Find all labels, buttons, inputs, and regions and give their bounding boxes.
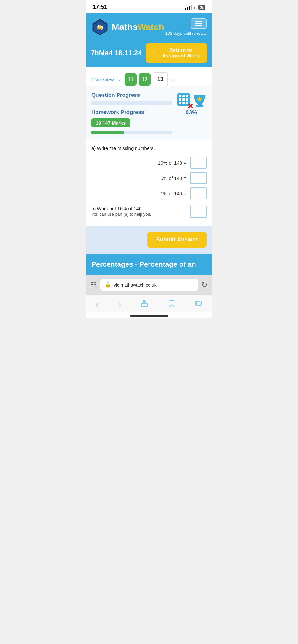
homework-progress-bar <box>91 131 172 134</box>
return-to-assigned-work-button[interactable]: ← Return to Assigned Work <box>146 43 207 63</box>
back-button[interactable]: ‹ <box>96 299 99 310</box>
tab-list-icon[interactable]: ☷ <box>91 281 97 289</box>
svg-rect-10 <box>186 98 188 101</box>
menu-line <box>195 23 202 24</box>
tab-prev-button[interactable]: « <box>116 76 123 86</box>
svg-rect-6 <box>182 95 185 97</box>
share-button[interactable] <box>141 300 148 309</box>
svg-rect-8 <box>179 98 181 101</box>
tab-next-button[interactable]: » <box>170 76 177 86</box>
tab-overview[interactable]: Overview <box>91 77 114 86</box>
forward-button[interactable]: › <box>118 299 121 310</box>
renewal-text: 102 days until renewal <box>165 31 207 36</box>
menu-line <box>195 21 202 22</box>
url-bar[interactable]: 🔒 vle.mathswatch.co.uk <box>100 279 198 291</box>
progress-section: Question Progress Homework Progress 19 /… <box>86 86 212 140</box>
submit-answer-button[interactable]: Submit Answer <box>147 232 207 248</box>
home-bar <box>130 315 168 317</box>
refresh-icon[interactable]: ↻ <box>202 281 207 289</box>
progress-header-row: Question Progress Homework Progress 19 /… <box>91 92 207 134</box>
question-progress-label: Question Progress <box>91 92 172 98</box>
bottom-banner: Percentages - Percentage of an <box>86 254 212 275</box>
row-1pct-input[interactable] <box>190 187 207 199</box>
question-progress-bar <box>91 101 172 105</box>
row-1pct: 1% of 140 = <box>91 187 207 199</box>
svg-rect-16 <box>198 103 202 105</box>
part-b-label: b) Work out 16% of 140 <box>91 206 151 211</box>
assignment-bar: 7bMa4 18.11.24 ← Return to Assigned Work <box>86 40 212 67</box>
trophy-icon <box>193 93 207 109</box>
header: ⇆ MathsWatch 102 days until renewal <box>86 13 212 40</box>
signal-icon <box>185 5 192 10</box>
row-5pct-input[interactable] <box>190 172 207 184</box>
arrow-left-icon: ← <box>151 50 157 57</box>
question-area: a) Write the missing numbers. 10% of 140… <box>86 140 212 218</box>
logo-area: ⇆ MathsWatch <box>91 19 164 36</box>
part-b-sub-label: You can use part (a) to help you. <box>91 212 151 217</box>
homework-progress-fill <box>91 131 124 134</box>
tab-11[interactable]: 11 <box>125 73 137 86</box>
svg-rect-9 <box>182 98 185 101</box>
status-time: 17:51 <box>93 4 107 11</box>
svg-rect-12 <box>182 102 185 104</box>
svg-rect-7 <box>186 95 188 97</box>
row-10pct-input[interactable] <box>190 157 207 169</box>
logo-icon: ⇆ <box>91 19 109 36</box>
row-5pct: 5% of 140 = <box>91 172 207 184</box>
browser-bar: ☷ 🔒 vle.mathswatch.co.uk ↻ <box>86 275 212 294</box>
status-bar: 17:51 ⌕ 32 <box>86 0 212 13</box>
x-mark-icon: ✕ <box>187 103 193 110</box>
bookmarks-button[interactable] <box>168 300 175 309</box>
menu-button[interactable] <box>191 18 207 29</box>
svg-rect-14 <box>194 95 196 99</box>
score-icons-row: ✕ <box>176 92 207 109</box>
return-button-label: Return to Assigned Work <box>160 47 202 59</box>
home-indicator <box>86 312 212 318</box>
submit-area: Submit Answer <box>86 226 212 254</box>
logo-text: MathsWatch <box>112 22 164 32</box>
marks-badge: 19 / 47 Marks <box>91 118 130 127</box>
part-b-input-wrapper <box>190 206 207 218</box>
url-text: vle.mathswatch.co.uk <box>114 282 157 288</box>
part-a-label: a) Write the missing numbers. <box>91 145 207 151</box>
lock-icon: 🔒 <box>105 282 111 288</box>
wifi-icon: ⌕ <box>194 5 196 10</box>
tab-12[interactable]: 12 <box>139 73 151 86</box>
bottom-banner-text: Percentages - Percentage of an <box>91 260 207 269</box>
row-10pct-label: 10% of 140 = <box>148 160 186 165</box>
svg-rect-5 <box>179 95 181 97</box>
tabs-area: Overview « 11 12 13 » <box>86 67 212 86</box>
svg-rect-11 <box>179 102 181 104</box>
main-content: Overview « 11 12 13 » Question Progress … <box>86 67 212 254</box>
tab-13-active[interactable]: 13 <box>153 72 168 86</box>
part-b-text-block: b) Work out 16% of 140 You can use part … <box>91 206 151 217</box>
progress-left: Question Progress Homework Progress 19 /… <box>91 92 172 134</box>
score-percentage: 93% <box>186 109 197 116</box>
svg-marker-20 <box>142 300 146 302</box>
part-b: b) Work out 16% of 140 You can use part … <box>91 206 207 218</box>
row-5pct-label: 5% of 140 = <box>148 175 186 181</box>
row-1pct-label: 1% of 140 = <box>148 191 186 196</box>
calculator-icon-wrapper: ✕ <box>176 92 191 109</box>
menu-line <box>195 25 202 26</box>
row-10pct: 10% of 140 = <box>91 157 207 169</box>
assignment-code: 7bMa4 18.11.24 <box>91 49 142 57</box>
svg-rect-17 <box>196 105 203 107</box>
status-icons: ⌕ 32 <box>185 5 205 10</box>
bottom-nav: ‹ › <box>86 294 212 312</box>
homework-progress-label: Homework Progress <box>91 109 172 116</box>
part-b-input[interactable] <box>190 206 207 218</box>
svg-rect-15 <box>203 95 205 99</box>
battery-indicator: 32 <box>198 5 205 10</box>
header-right: 102 days until renewal <box>165 18 207 36</box>
tabs-button[interactable] <box>195 300 202 309</box>
score-area: ✕ 93% <box>176 92 207 116</box>
